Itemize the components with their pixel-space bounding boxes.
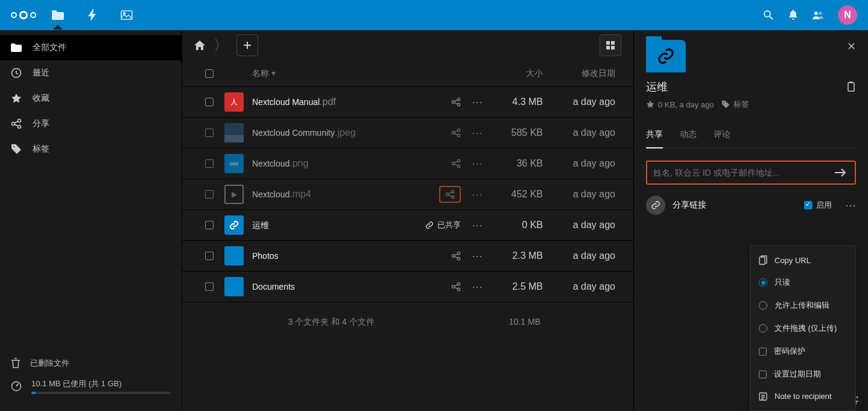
sidebar-item-all-files[interactable]: 全部文件 xyxy=(0,35,182,60)
share-icon xyxy=(11,118,22,129)
user-avatar[interactable]: N xyxy=(838,5,857,25)
column-name[interactable]: 名称 ▾ xyxy=(246,68,410,79)
file-name: 运维 xyxy=(252,220,269,230)
sidebar-item-favorites[interactable]: 收藏 xyxy=(0,86,182,111)
more-icon[interactable]: ⋯ xyxy=(472,218,483,232)
menu-file-drop[interactable]: 文件拖拽 (仅上传) xyxy=(750,317,855,340)
tags-button[interactable]: 标签 xyxy=(721,99,749,110)
notifications-icon[interactable] xyxy=(788,10,798,21)
shared-badge: 已共享 xyxy=(425,220,461,231)
file-row[interactable]: Nextcloud Community.jpeg⋯585 KBa day ago xyxy=(182,118,633,148)
more-icon[interactable]: ⋯ xyxy=(472,95,483,109)
nextcloud-logo[interactable] xyxy=(11,11,36,19)
row-checkbox[interactable] xyxy=(205,252,214,260)
svg-point-4 xyxy=(819,12,822,15)
menu-upload-edit[interactable]: 允许上传和编辑 xyxy=(750,294,855,317)
menu-password[interactable]: 密码保护 xyxy=(750,340,855,363)
more-icon[interactable]: ⋯ xyxy=(845,199,856,212)
share-icon[interactable] xyxy=(451,282,461,292)
svg-point-30 xyxy=(457,257,460,260)
svg-point-7 xyxy=(18,119,21,123)
sidebar-item-recent[interactable]: 最近 xyxy=(0,60,182,86)
file-date: a day ago xyxy=(543,127,621,138)
star-icon xyxy=(11,93,22,104)
menu-copy-url[interactable]: Copy URL xyxy=(750,249,855,271)
link-icon xyxy=(646,196,665,215)
svg-point-15 xyxy=(457,98,460,100)
file-date: a day ago xyxy=(543,281,621,292)
file-row[interactable]: Documents⋯2.5 MBa day ago xyxy=(182,272,633,302)
svg-point-32 xyxy=(457,282,460,285)
sidebar-item-tags[interactable]: 标签 xyxy=(0,136,182,162)
nav-files-icon[interactable] xyxy=(52,10,64,20)
file-row[interactable]: ▶Nextcloud.mp4⋯452 KBa day ago xyxy=(182,179,633,210)
more-icon[interactable]: ⋯ xyxy=(472,249,483,263)
column-date[interactable]: 修改日期 xyxy=(543,68,621,79)
favorite-toggle[interactable]: 0 KB, a day ago xyxy=(646,100,714,109)
row-checkbox[interactable] xyxy=(205,282,214,291)
search-icon[interactable] xyxy=(763,10,774,21)
svg-rect-11 xyxy=(611,41,615,45)
share-icon[interactable] xyxy=(451,97,461,107)
grid-view-toggle[interactable] xyxy=(600,34,621,56)
file-size: 36 KB xyxy=(483,158,543,169)
breadcrumb-home-icon[interactable] xyxy=(194,40,205,50)
submit-arrow-icon[interactable] xyxy=(832,166,849,179)
share-icon[interactable] xyxy=(451,251,461,261)
svg-point-28 xyxy=(452,255,454,257)
file-date: a day ago xyxy=(543,189,621,200)
menu-readonly[interactable]: 只读 xyxy=(750,271,855,294)
file-row[interactable]: oooNextcloud.png⋯36 KBa day ago xyxy=(182,148,633,179)
row-checkbox[interactable] xyxy=(205,190,214,199)
file-size: 4.3 MB xyxy=(483,97,543,107)
enable-checkbox[interactable]: 启用 xyxy=(804,200,832,211)
file-icon: ▶ xyxy=(224,185,246,204)
more-icon[interactable]: ⋯ xyxy=(472,280,483,293)
file-icon xyxy=(224,246,246,266)
row-checkbox[interactable] xyxy=(205,159,214,168)
file-date: a day ago xyxy=(543,97,621,107)
tab-comments[interactable]: 评论 xyxy=(714,124,730,148)
column-size[interactable]: 大小 xyxy=(483,68,543,79)
file-row[interactable]: 人Nextcloud Manual.pdf⋯4.3 MBa day ago xyxy=(182,87,633,118)
menu-expire[interactable]: 设置过期日期 xyxy=(750,363,855,386)
sidebar-item-label: 分享 xyxy=(33,118,49,129)
file-row[interactable]: 运维已共享⋯0 KBa day ago xyxy=(182,210,633,241)
tab-activity[interactable]: 动态 xyxy=(680,124,697,148)
details-panel: ✕ 运维 0 KB, a day ago 标签 共享 动态 评论 分享链接 启用… xyxy=(634,30,868,411)
share-search-input[interactable] xyxy=(653,168,832,177)
row-checkbox[interactable] xyxy=(205,221,214,229)
trash-icon xyxy=(11,358,21,369)
sidebar-trash[interactable]: 已删除文件 xyxy=(11,353,171,374)
sidebar-item-shares[interactable]: 分享 xyxy=(0,111,182,136)
row-checkbox[interactable] xyxy=(205,98,214,106)
tab-sharing[interactable]: 共享 xyxy=(646,124,663,148)
menu-note[interactable]: Note to recipient xyxy=(750,386,855,407)
share-search[interactable] xyxy=(646,161,856,185)
share-icon[interactable] xyxy=(439,186,461,203)
svg-point-8 xyxy=(18,126,21,129)
close-icon[interactable]: ✕ xyxy=(847,40,856,53)
more-icon[interactable]: ⋯ xyxy=(472,157,483,170)
file-icon: ooo xyxy=(224,154,246,173)
new-button[interactable] xyxy=(236,34,258,56)
more-icon[interactable]: ⋯ xyxy=(472,188,483,201)
share-icon[interactable] xyxy=(451,159,461,168)
more-icon[interactable]: ⋯ xyxy=(472,126,483,139)
select-all-checkbox[interactable] xyxy=(205,69,214,78)
panel-title: 运维 xyxy=(646,80,668,94)
file-list-area: 〉 名称 ▾ 大小 修改日期 人Nextcloud Manual.pdf⋯4.3… xyxy=(182,30,634,411)
sidebar-item-label: 标签 xyxy=(33,144,49,155)
contacts-icon[interactable] xyxy=(813,10,823,20)
row-checkbox[interactable] xyxy=(205,129,214,137)
clock-icon xyxy=(11,68,22,78)
clipboard-icon[interactable] xyxy=(846,81,856,92)
svg-point-33 xyxy=(457,288,460,290)
breadcrumb-separator: 〉 xyxy=(214,36,228,55)
svg-point-20 xyxy=(457,129,460,131)
nav-gallery-icon[interactable] xyxy=(121,10,133,20)
svg-rect-10 xyxy=(606,41,610,45)
share-icon[interactable] xyxy=(451,128,461,138)
file-row[interactable]: Photos⋯2.3 MBa day ago xyxy=(182,241,633,272)
nav-activity-icon[interactable] xyxy=(88,9,97,21)
